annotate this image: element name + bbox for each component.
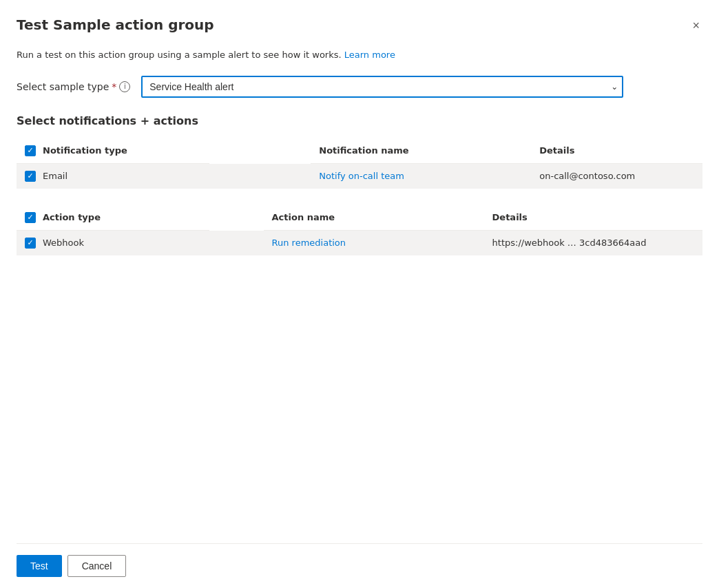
spacer	[17, 272, 702, 544]
actions-type-header: Action type	[17, 205, 209, 231]
description-static: Run a test on this action group using a …	[17, 50, 342, 60]
dialog-title: Test Sample action group	[17, 17, 214, 33]
notifications-table: Notification type Notification name Deta…	[17, 138, 702, 189]
dialog-footer: Test Cancel	[17, 543, 702, 588]
notification-type-cell: Email	[17, 164, 311, 189]
actions-table: Action type Action name Details Webhook	[17, 205, 702, 255]
action-type-cell: Webhook	[17, 231, 264, 255]
notification-name-link[interactable]: Notify on-call team	[319, 171, 404, 181]
description-text: Run a test on this action group using a …	[17, 48, 702, 62]
required-indicator: *	[112, 81, 116, 92]
notifications-name-header: Notification name	[311, 138, 531, 164]
actions-section: Action type Action name Details Webhook	[17, 205, 702, 255]
close-button[interactable]: ×	[689, 17, 702, 34]
cancel-button[interactable]: Cancel	[67, 555, 127, 577]
action-details-cell: https://webhook … 3cd483664aad	[484, 231, 702, 255]
notifications-section: Notification type Notification name Deta…	[17, 138, 702, 189]
action-name-cell: Run remediation	[264, 231, 484, 255]
actions-details-header: Details	[484, 205, 702, 231]
actions-select-all-checkbox[interactable]	[25, 212, 36, 223]
dialog-header: Test Sample action group ×	[17, 17, 702, 34]
test-button[interactable]: Test	[17, 555, 62, 577]
sample-type-select-wrapper: Service Health alert Metric alert Log al…	[141, 76, 623, 98]
notifications-type-header: Notification type	[17, 138, 209, 164]
notifications-thead: Notification type Notification name Deta…	[17, 138, 702, 164]
notifications-tbody: Email Notify on-call team on-call@contos…	[17, 164, 702, 189]
notifications-header-row: Notification type Notification name Deta…	[17, 138, 702, 164]
actions-header-row: Action type Action name Details	[17, 205, 702, 231]
table-row: Webhook Run remediation https://webhook …	[17, 231, 702, 255]
actions-thead: Action type Action name Details	[17, 205, 702, 231]
actions-tbody: Webhook Run remediation https://webhook …	[17, 231, 702, 255]
notification-name-cell: Notify on-call team	[311, 164, 531, 189]
action-name-link[interactable]: Run remediation	[272, 238, 346, 248]
table-row: Email Notify on-call team on-call@contos…	[17, 164, 702, 189]
test-sample-dialog: Test Sample action group × Run a test on…	[0, 0, 719, 588]
notifications-select-all-checkbox[interactable]	[25, 145, 36, 156]
sample-type-select[interactable]: Service Health alert Metric alert Log al…	[141, 76, 623, 98]
sample-type-row: Select sample type * i Service Health al…	[17, 76, 702, 98]
info-icon[interactable]: i	[119, 81, 130, 92]
notification-details-cell: on-call@contoso.com	[531, 164, 702, 189]
action-row-checkbox[interactable]	[25, 238, 36, 249]
notification-row-checkbox[interactable]	[25, 171, 36, 182]
section-title: Select notifications + actions	[17, 114, 702, 127]
actions-name-header: Action name	[264, 205, 484, 231]
notifications-details-header: Details	[531, 138, 702, 164]
learn-more-link[interactable]: Learn more	[344, 50, 395, 60]
sample-type-label: Select sample type * i	[17, 81, 130, 92]
